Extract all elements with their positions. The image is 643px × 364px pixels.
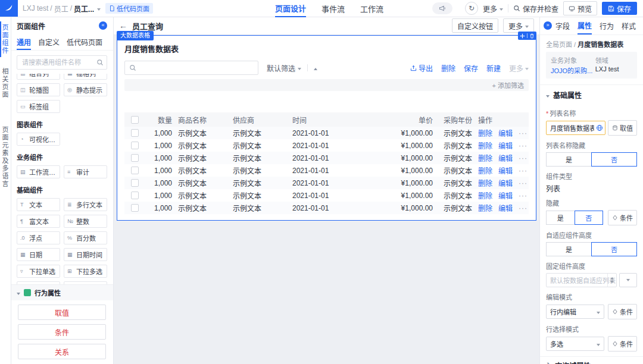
- row-checkbox[interactable]: [131, 129, 139, 137]
- business-object-link[interactable]: JOJO的采购...: [551, 65, 595, 75]
- rail-tab-page-components[interactable]: 页面组件: [0, 18, 11, 61]
- preview-button[interactable]: 预览: [563, 1, 597, 15]
- toggle-no[interactable]: 否: [591, 242, 637, 256]
- component-item[interactable]: .0 浮点: [17, 231, 60, 244]
- create-link[interactable]: 新建: [486, 63, 501, 73]
- component-item[interactable]: ▿ 下拉单选: [17, 265, 60, 278]
- basic-properties-section[interactable]: 基础属性: [540, 84, 643, 103]
- column-header-supplier[interactable]: 供应商: [233, 115, 288, 125]
- behavior-value-button[interactable]: 取值: [18, 305, 106, 320]
- toggle-yes[interactable]: 是: [546, 152, 592, 167]
- more-menu-button[interactable]: 更多: [483, 4, 503, 14]
- delete-link[interactable]: 删除: [441, 63, 455, 73]
- row-more-button[interactable]: ···: [519, 179, 527, 187]
- row-delete-link[interactable]: 删除: [478, 153, 492, 163]
- row-more-button[interactable]: ···: [519, 154, 527, 162]
- row-delete-link[interactable]: 删除: [478, 178, 492, 188]
- row-delete-link[interactable]: 删除: [478, 190, 492, 200]
- row-delete-link[interactable]: 删除: [478, 165, 492, 175]
- behavior-section-header[interactable]: 行为属性: [11, 284, 113, 300]
- tab-page-design[interactable]: 页面设计: [275, 0, 306, 17]
- table-row[interactable]: 1,000 示例文本 示例文本 2021-01-01 ¥1,000.00 示例文…: [124, 164, 529, 177]
- save-and-check-button[interactable]: 保存并检查: [513, 4, 558, 14]
- column-header-price[interactable]: 单价: [377, 115, 439, 125]
- breadcrumb-root[interactable]: LXJ test: [23, 4, 48, 12]
- table-row[interactable]: 1,000 示例文本 示例文本 2021-01-01 ¥1,000.00 示例文…: [124, 152, 529, 164]
- row-select-mode-select[interactable]: 多选: [546, 337, 604, 351]
- table-row[interactable]: 1,000 示例文本 示例文本 2021-01-01 ¥1,000.00 示例文…: [124, 139, 529, 152]
- component-item[interactable]: ▤ 工作流详情: [17, 165, 60, 178]
- row-checkbox[interactable]: [131, 179, 139, 187]
- save-button[interactable]: 保存: [602, 2, 637, 15]
- value-button[interactable]: 取值: [608, 120, 637, 136]
- column-header-time[interactable]: 时间: [288, 115, 377, 125]
- component-item[interactable]: ¶ 富文本: [17, 215, 60, 228]
- component-search-input[interactable]: [17, 55, 107, 70]
- component-item[interactable]: ◎ 静态提示: [64, 83, 107, 96]
- filter-scheme-select[interactable]: 默认筛选: [267, 63, 301, 73]
- table-row[interactable]: 1,000 示例文本 示例文本 2021-01-01 ¥1,000.00 示例文…: [124, 202, 529, 214]
- tab-event-flow[interactable]: 事件流: [322, 0, 345, 17]
- row-checkbox[interactable]: [131, 142, 139, 149]
- row-edit-link[interactable]: 编辑: [498, 190, 513, 200]
- component-item[interactable]: № 整数: [64, 215, 107, 228]
- rail-tab-related-pages[interactable]: 相关页面: [0, 62, 11, 105]
- component-item[interactable]: T 文本: [17, 198, 60, 211]
- component-item[interactable]: ▭ 标签组: [17, 100, 60, 113]
- chevron-down-icon[interactable]: [97, 4, 101, 12]
- toggle-no[interactable]: 否: [591, 152, 637, 167]
- tab-style[interactable]: 样式: [622, 17, 636, 34]
- tab-custom[interactable]: 自定义: [38, 34, 60, 49]
- grid-more-button[interactable]: 更多: [509, 63, 529, 73]
- row-more-button[interactable]: ···: [519, 129, 527, 137]
- row-edit-link[interactable]: 编辑: [498, 203, 513, 213]
- column-header-ops[interactable]: 操作: [477, 115, 529, 125]
- table-row[interactable]: 1,000 示例文本 示例文本 2021-01-01 ¥1,000.00 示例文…: [124, 177, 529, 189]
- collapsed-section[interactable]: ❯ 查询域属性: [540, 356, 643, 364]
- canvas-more-button[interactable]: 更多: [503, 18, 534, 33]
- row-checkbox[interactable]: [131, 167, 139, 174]
- rail-tab-page-elements-i18n[interactable]: 页面元素及多语言: [0, 120, 11, 194]
- toggle-yes[interactable]: 是: [546, 242, 592, 256]
- row-edit-link[interactable]: 编辑: [498, 140, 513, 150]
- column-header-year[interactable]: 采购年份: [439, 115, 477, 125]
- component-item[interactable]: ▦ 栅格列: [64, 74, 107, 80]
- row-checkbox[interactable]: [131, 204, 139, 212]
- refresh-button[interactable]: ↻: [465, 2, 478, 15]
- stepper-down-icon[interactable]: [610, 281, 614, 283]
- component-item[interactable]: ◔ 可视化图表: [17, 133, 60, 146]
- back-arrow-icon[interactable]: ←: [119, 21, 127, 30]
- component-item[interactable]: % 百分数: [64, 231, 107, 244]
- select-all-checkbox[interactable]: [131, 116, 139, 124]
- table-row[interactable]: 1,000 示例文本 示例文本 2021-01-01 ¥1,000.00 示例文…: [124, 127, 529, 139]
- megaphone-button[interactable]: [432, 2, 452, 14]
- stepper-up-icon[interactable]: [610, 277, 614, 280]
- export-link[interactable]: 导出: [410, 63, 433, 73]
- tab-general[interactable]: 通用: [17, 34, 31, 50]
- breadcrumb-root[interactable]: 全局页面: [546, 41, 572, 48]
- component-item[interactable]: ≡ 审计: [64, 165, 107, 178]
- column-header-product[interactable]: 商品名称: [178, 115, 233, 125]
- tab-workflow[interactable]: 工作流: [360, 0, 383, 17]
- trash-icon[interactable]: [529, 33, 535, 39]
- row-edit-link[interactable]: 编辑: [498, 153, 513, 163]
- row-edit-link[interactable]: 编辑: [498, 178, 513, 188]
- hidden-condition-button[interactable]: 条件: [608, 210, 637, 225]
- collapse-right-panel-button[interactable]: »: [544, 21, 552, 30]
- toggle-no[interactable]: 否: [575, 211, 604, 225]
- row-more-button[interactable]: ···: [519, 167, 527, 175]
- component-item[interactable]: ▥ 组合列: [17, 74, 60, 80]
- save-link[interactable]: 保存: [464, 63, 478, 73]
- number-stepper[interactable]: [607, 274, 616, 287]
- height-unit-select[interactable]: [619, 273, 637, 287]
- component-item[interactable]: ◫ 轮播图: [17, 83, 60, 96]
- component-item[interactable]: ▦ 日期时间: [64, 248, 107, 261]
- tab-lowcode-page[interactable]: 低代码页面: [67, 34, 102, 49]
- row-more-button[interactable]: ···: [519, 142, 527, 150]
- breadcrumb-current[interactable]: 员工...: [74, 4, 94, 14]
- tab-behavior[interactable]: 行为: [600, 17, 614, 34]
- component-item[interactable]: ≣ 多行文本: [64, 198, 107, 211]
- tab-fields[interactable]: 字段: [555, 17, 570, 34]
- row-checkbox[interactable]: [131, 154, 139, 162]
- component-item[interactable]: ⊞ 下拉多选: [64, 265, 107, 278]
